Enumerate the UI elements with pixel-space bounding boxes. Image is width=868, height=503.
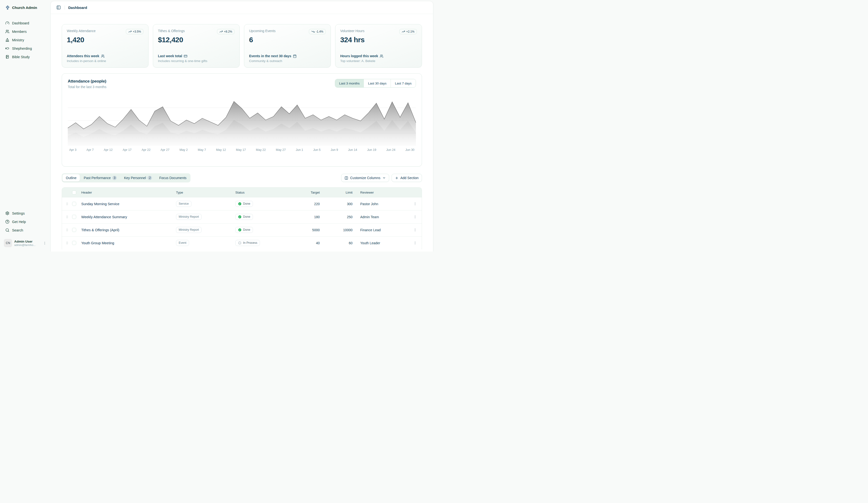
limit-cell[interactable]: 250 xyxy=(321,215,354,219)
main-panel: Dashboard Weekly Attendance +3.5% 1,420 … xyxy=(50,1,433,252)
x-tick-label: May 7 xyxy=(198,148,206,152)
limit-cell[interactable]: 300 xyxy=(321,202,354,206)
x-tick-label: May 17 xyxy=(236,148,246,152)
nav-icon xyxy=(5,228,9,232)
x-tick-label: May 27 xyxy=(276,148,286,152)
row-menu-button[interactable] xyxy=(412,227,418,233)
status-badge: Done xyxy=(235,227,253,233)
table-row: Sunday Morning Service Service Done 220 … xyxy=(62,197,422,210)
user-name: Admin User xyxy=(14,240,41,244)
target-cell[interactable]: 180 xyxy=(293,215,321,219)
drag-handle[interactable] xyxy=(62,228,72,232)
dots-vertical-icon xyxy=(43,241,46,245)
nav-icon xyxy=(5,220,9,224)
x-tick-label: Apr 3 xyxy=(69,148,76,152)
grip-icon xyxy=(65,241,69,245)
x-tick-label: May 22 xyxy=(256,148,266,152)
chart-period-tab-last-7-days[interactable]: Last 7 days xyxy=(391,79,416,87)
section-tab-key-personnel[interactable]: Key Personnel 2 xyxy=(121,174,155,182)
drag-handle[interactable] xyxy=(62,241,72,245)
row-menu-button[interactable] xyxy=(412,240,418,246)
chart-period-toggle: Last 3 monthsLast 30 daysLast 7 days xyxy=(335,79,416,88)
columns-icon xyxy=(344,176,348,180)
x-tick-label: Jun 19 xyxy=(367,148,376,152)
type-badge: Ministry Report xyxy=(176,214,202,220)
stat-value: 324 hrs xyxy=(340,36,417,44)
sidebar-item-members[interactable]: Members xyxy=(3,28,48,36)
row-checkbox[interactable] xyxy=(72,241,76,245)
x-tick-label: Jun 9 xyxy=(331,148,338,152)
reviewer-cell: Pastor John xyxy=(354,202,408,206)
status-badge: In Process xyxy=(235,240,260,246)
limit-cell[interactable]: 10000 xyxy=(321,228,354,232)
column-header: Header xyxy=(81,191,176,194)
sidebar-item-dashboard[interactable]: Dashboard xyxy=(3,19,48,27)
add-section-button[interactable]: Add Section xyxy=(392,174,422,182)
stat-value: 6 xyxy=(249,36,326,44)
x-tick-label: Apr 17 xyxy=(123,148,132,152)
row-checkbox[interactable] xyxy=(72,215,76,219)
sidebar-footer-nav: Settings Get Help Search xyxy=(3,209,48,234)
section-tab-focus-documents[interactable]: Focus Documents xyxy=(156,174,190,181)
topbar: Dashboard xyxy=(51,1,433,14)
section-tab-outline[interactable]: Outline xyxy=(62,174,80,181)
sidebar-item-ministry[interactable]: Ministry xyxy=(3,36,48,44)
stat-card-upcoming-events: Upcoming Events -1.4% 6 Events in the ne… xyxy=(244,24,331,68)
x-tick-label: May 12 xyxy=(216,148,226,152)
panel-left-icon xyxy=(56,5,61,10)
select-all-checkbox[interactable] xyxy=(72,190,76,194)
trending-up-icon xyxy=(128,30,132,33)
plus-icon xyxy=(395,176,399,180)
stat-label: Weekly Attendance xyxy=(67,29,96,33)
dots-vertical-icon xyxy=(413,202,417,205)
drag-handle[interactable] xyxy=(62,215,72,219)
section-tab-past-performance[interactable]: Past Performance 3 xyxy=(80,174,120,182)
table-body: Sunday Morning Service Service Done 220 … xyxy=(62,197,422,249)
target-cell[interactable]: 5000 xyxy=(293,228,321,232)
row-menu-button[interactable] xyxy=(412,201,418,207)
limit-cell[interactable]: 60 xyxy=(321,241,354,245)
row-header-cell[interactable]: Sunday Morning Service xyxy=(81,202,176,206)
check-circle-icon xyxy=(238,215,241,219)
users-icon xyxy=(380,54,383,58)
sidebar-item-search[interactable]: Search xyxy=(3,226,48,234)
row-header-cell[interactable]: Weekly Attendance Summary xyxy=(81,215,176,219)
trend-badge: +2.1% xyxy=(399,29,417,34)
stat-value: 1,420 xyxy=(67,36,143,44)
app-logo-button[interactable]: Church Admin xyxy=(3,3,48,12)
row-checkbox[interactable] xyxy=(72,202,76,206)
nav-icon xyxy=(5,21,9,25)
column-limit: Limit xyxy=(321,191,354,194)
row-header-cell[interactable]: Tithes & Offerings (April) xyxy=(81,228,176,232)
customize-columns-button[interactable]: Customize Columns xyxy=(341,174,389,182)
reviewer-cell: Admin Team xyxy=(354,215,408,219)
sidebar-item-get-help[interactable]: Get Help xyxy=(3,218,48,226)
x-tick-label: May 2 xyxy=(179,148,188,152)
breadcrumb: Dashboard xyxy=(68,6,87,10)
grip-icon xyxy=(65,228,69,232)
row-header-cell[interactable]: Youth Group Meeting xyxy=(81,241,176,245)
chart-period-tab-last-30-days[interactable]: Last 30 days xyxy=(364,79,391,87)
trend-badge: -1.4% xyxy=(309,29,326,34)
dots-vertical-icon xyxy=(413,241,417,245)
user-menu[interactable]: CN Admin User admin@farmho... xyxy=(3,238,48,248)
row-menu-button[interactable] xyxy=(412,214,418,220)
sidebar-item-settings[interactable]: Settings xyxy=(3,209,48,217)
target-cell[interactable]: 220 xyxy=(293,202,321,206)
sidebar-item-bible-study[interactable]: Bible Study xyxy=(3,53,48,61)
sidebar-item-shepherding[interactable]: Shepherding xyxy=(3,44,48,52)
sidebar-toggle-button[interactable] xyxy=(56,5,61,10)
x-tick-label: Apr 12 xyxy=(104,148,113,152)
drag-handle[interactable] xyxy=(62,202,72,205)
target-cell[interactable]: 40 xyxy=(293,241,321,245)
stat-label: Tithes & Offerings xyxy=(158,29,185,33)
chart-x-axis: Apr 3Apr 7Apr 12Apr 17Apr 22Apr 27May 2M… xyxy=(68,148,416,152)
column-reviewer: Reviewer xyxy=(354,191,408,194)
cross-icon xyxy=(5,5,10,10)
type-badge: Event xyxy=(176,240,189,246)
row-checkbox[interactable] xyxy=(72,228,76,232)
chart-period-tab-last-3-months[interactable]: Last 3 months xyxy=(335,79,364,87)
x-tick-label: Jun 30 xyxy=(405,148,414,152)
type-badge: Service xyxy=(176,201,192,207)
dots-vertical-icon xyxy=(413,228,417,232)
